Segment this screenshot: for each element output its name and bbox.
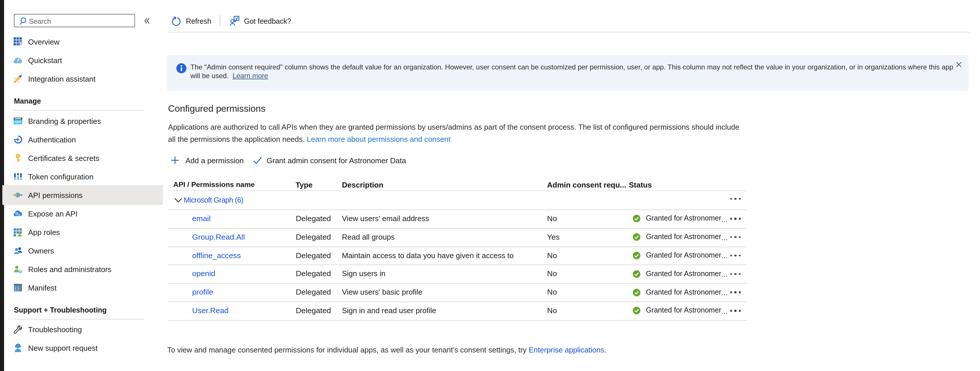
svg-text:{ }: { } bbox=[15, 286, 19, 291]
svg-text:www: www bbox=[14, 120, 21, 123]
